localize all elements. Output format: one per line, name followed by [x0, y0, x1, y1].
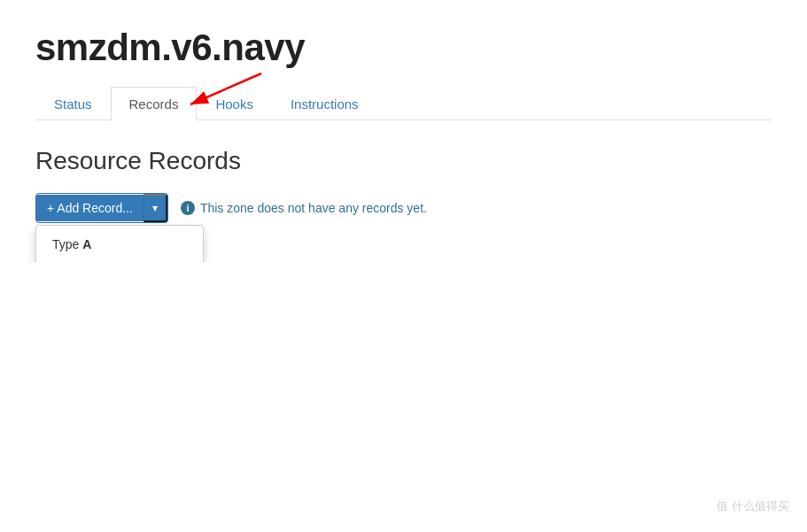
svg-line-1 — [190, 73, 261, 104]
tab-status[interactable]: Status — [35, 87, 111, 120]
section-title: Resource Records — [35, 147, 772, 175]
arrow-records-annotation — [164, 69, 270, 113]
add-record-main[interactable]: + Add Record... — [36, 195, 144, 221]
tab-instructions[interactable]: Instructions — [272, 87, 377, 120]
info-icon: i — [181, 201, 195, 215]
tabs-navigation: Status Records Hooks Instructions — [35, 87, 772, 120]
site-title: smzdm.v6.navy — [35, 27, 772, 69]
info-message: i This zone does not have any records ye… — [181, 201, 427, 215]
add-record-caret[interactable]: ▾ — [144, 194, 167, 222]
dropdown-item-aaaa[interactable]: Type AAAA — [36, 258, 203, 262]
dropdown-menu: Type A Type AAAA Type CAA Type CNAME Typ… — [35, 225, 204, 262]
add-record-button[interactable]: + Add Record... ▾ — [35, 193, 168, 223]
dropdown-item-a[interactable]: Type A — [36, 230, 203, 258]
toolbar: + Add Record... ▾ i This zone does not h… — [35, 193, 772, 223]
info-text: This zone does not have any records yet. — [200, 201, 427, 215]
